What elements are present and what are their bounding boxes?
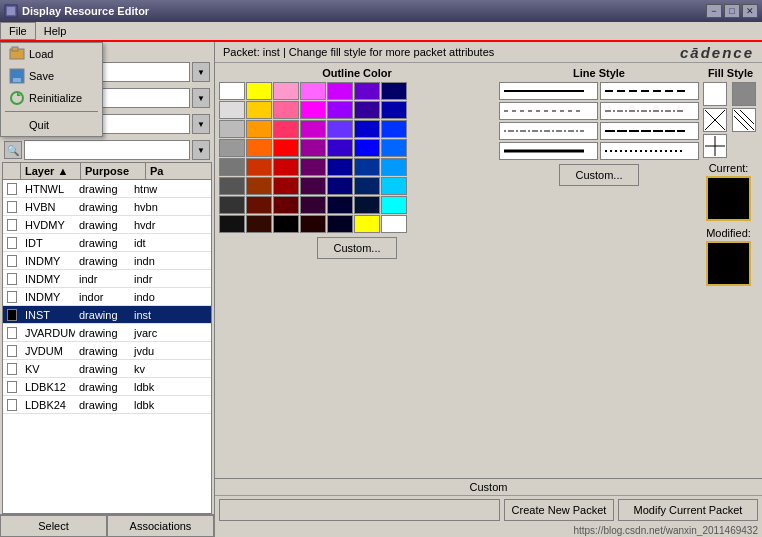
quit-menu-item[interactable]: Quit (1, 114, 102, 136)
color-cell[interactable] (219, 101, 245, 119)
fill-empty[interactable] (703, 82, 727, 106)
fill-hatch1[interactable] (732, 108, 756, 132)
reinitialize-menu-item[interactable]: Reinitialize (1, 87, 102, 109)
color-cell[interactable] (300, 215, 326, 233)
color-cell[interactable] (327, 158, 353, 176)
table-row[interactable]: KV drawing kv (3, 360, 211, 378)
lpp-arrow-2[interactable]: ▼ (192, 88, 210, 108)
table-row[interactable]: INDMY indor indo (3, 288, 211, 306)
color-cell[interactable] (381, 120, 407, 138)
color-cell[interactable] (246, 215, 272, 233)
close-button[interactable]: ✕ (742, 4, 758, 18)
help-menu[interactable]: Help (36, 22, 75, 40)
color-cell[interactable] (273, 196, 299, 214)
line-style-dashed4[interactable] (499, 122, 598, 140)
color-cell[interactable] (246, 101, 272, 119)
color-cell[interactable] (354, 120, 380, 138)
color-cell[interactable] (327, 120, 353, 138)
color-cell[interactable] (246, 158, 272, 176)
line-style-dashed1[interactable] (600, 82, 699, 100)
color-cell[interactable] (381, 139, 407, 157)
table-row[interactable]: LDBK12 drawing ldbk (3, 378, 211, 396)
create-packet-button[interactable]: Create New Packet (504, 499, 614, 521)
line-style-solid2[interactable] (499, 142, 598, 160)
color-cell[interactable] (381, 177, 407, 195)
table-row[interactable]: HTNWL drawing htnw (3, 180, 211, 198)
color-cell[interactable] (273, 215, 299, 233)
th-pa[interactable]: Pa (146, 163, 211, 179)
table-row[interactable]: JVARDUM drawing jvarc (3, 324, 211, 342)
color-cell[interactable] (219, 196, 245, 214)
load-menu-item[interactable]: Load (1, 43, 102, 65)
select-button[interactable]: Select (0, 515, 107, 537)
line-style-dashed5[interactable] (600, 122, 699, 140)
color-cell[interactable] (300, 139, 326, 157)
color-cell[interactable] (381, 101, 407, 119)
color-cell[interactable] (246, 120, 272, 138)
color-cell[interactable] (354, 101, 380, 119)
color-cell[interactable] (219, 177, 245, 195)
th-purpose[interactable]: Purpose (81, 163, 146, 179)
table-row[interactable]: LDBK24 drawing ldbk (3, 396, 211, 414)
color-cell[interactable] (273, 158, 299, 176)
table-row[interactable]: JVDUM drawing jvdu (3, 342, 211, 360)
save-menu-item[interactable]: Save (1, 65, 102, 87)
color-cell[interactable] (300, 196, 326, 214)
line-style-dashed3[interactable] (600, 102, 699, 120)
line-style-dashed2[interactable] (499, 102, 598, 120)
color-cell[interactable] (300, 177, 326, 195)
color-cell[interactable] (219, 139, 245, 157)
color-cell[interactable] (354, 215, 380, 233)
color-cell[interactable] (354, 139, 380, 157)
packet-name-input[interactable] (219, 499, 500, 521)
fill-solid[interactable] (732, 82, 756, 106)
th-layer[interactable]: Layer ▲ (21, 163, 81, 179)
color-cell[interactable] (219, 215, 245, 233)
color-cell[interactable] (273, 120, 299, 138)
custom-outline-button[interactable]: Custom... (317, 237, 397, 259)
search-dropdown-button[interactable]: ▼ (192, 140, 210, 160)
fill-hatch2[interactable] (703, 134, 727, 158)
line-style-solid[interactable] (499, 82, 598, 100)
color-cell[interactable] (300, 82, 326, 100)
color-cell[interactable] (354, 196, 380, 214)
color-cell[interactable] (273, 139, 299, 157)
table-row[interactable]: INST drawing inst (3, 306, 211, 324)
maximize-button[interactable]: □ (724, 4, 740, 18)
color-cell[interactable] (381, 158, 407, 176)
lpp-arrow-3[interactable]: ▼ (192, 114, 210, 134)
fill-cross[interactable] (703, 108, 727, 132)
table-row[interactable]: HVDMY drawing hvdr (3, 216, 211, 234)
color-cell[interactable] (327, 196, 353, 214)
color-cell[interactable] (327, 101, 353, 119)
modify-packet-button[interactable]: Modify Current Packet (618, 499, 758, 521)
color-cell[interactable] (246, 139, 272, 157)
lpp-arrow-1[interactable]: ▼ (192, 62, 210, 82)
search-input[interactable] (24, 140, 190, 160)
minimize-button[interactable]: − (706, 4, 722, 18)
file-menu[interactable]: File (0, 22, 36, 40)
color-cell[interactable] (381, 82, 407, 100)
color-cell[interactable] (300, 101, 326, 119)
color-cell[interactable] (381, 215, 407, 233)
color-cell[interactable] (273, 177, 299, 195)
color-cell[interactable] (246, 177, 272, 195)
color-cell[interactable] (219, 158, 245, 176)
color-cell[interactable] (327, 82, 353, 100)
associations-button[interactable]: Associations (107, 515, 214, 537)
color-cell[interactable] (246, 196, 272, 214)
color-cell[interactable] (354, 177, 380, 195)
color-cell[interactable] (219, 120, 245, 138)
custom-line-button[interactable]: Custom... (559, 164, 639, 186)
color-cell[interactable] (327, 215, 353, 233)
color-cell[interactable] (300, 158, 326, 176)
table-row[interactable]: HVBN drawing hvbn (3, 198, 211, 216)
color-cell[interactable] (354, 158, 380, 176)
color-cell[interactable] (354, 82, 380, 100)
color-cell[interactable] (327, 139, 353, 157)
table-row[interactable]: INDMY indr indr (3, 270, 211, 288)
color-cell[interactable] (381, 196, 407, 214)
line-style-dotted[interactable] (600, 142, 699, 160)
color-cell[interactable] (327, 177, 353, 195)
color-cell[interactable] (246, 82, 272, 100)
